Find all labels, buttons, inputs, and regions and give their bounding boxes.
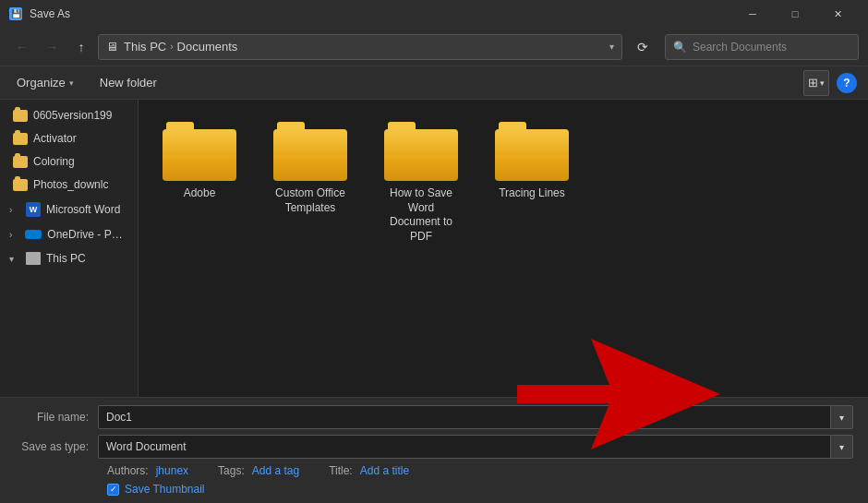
save-as-type-dropdown-button[interactable]: ▾ bbox=[831, 435, 853, 459]
new-folder-label: New folder bbox=[100, 76, 157, 90]
close-button[interactable]: ✕ bbox=[816, 0, 859, 28]
address-path: This PC › Documents bbox=[124, 40, 604, 54]
sidebar-item-label: 0605version199 bbox=[33, 109, 112, 122]
view-icon: ⊞ bbox=[808, 76, 818, 90]
forward-button[interactable]: → bbox=[39, 34, 65, 60]
folder-label: Tracing Lines bbox=[499, 186, 565, 201]
folder-icon bbox=[13, 133, 28, 145]
title-bar: 💾 Save As ─ □ ✕ bbox=[0, 0, 868, 28]
thumbnail-checkbox[interactable] bbox=[107, 484, 119, 496]
search-box[interactable]: 🔍 Search Documents bbox=[665, 34, 859, 60]
folder-icon-large bbox=[273, 122, 347, 181]
file-name-input[interactable] bbox=[98, 405, 831, 429]
organize-label: Organize bbox=[17, 76, 66, 90]
folder-icon-large bbox=[495, 122, 569, 181]
save-as-type-label: Save as type: bbox=[15, 440, 98, 453]
address-bar[interactable]: 🖥 This PC › Documents ▾ bbox=[98, 34, 622, 60]
folder-icon-large bbox=[384, 122, 458, 181]
address-part-documents: Documents bbox=[177, 40, 238, 54]
thumbnail-label[interactable]: Save Thumbnail bbox=[125, 483, 205, 496]
msword-icon: W bbox=[26, 202, 41, 217]
folder-body bbox=[163, 129, 236, 181]
search-icon: 🔍 bbox=[673, 41, 687, 54]
sidebar-item-thispc[interactable]: ▾ This PC bbox=[0, 246, 138, 270]
sidebar-item-label: Microsoft Word bbox=[46, 203, 120, 216]
folder-icon bbox=[13, 179, 28, 191]
title-label: Title: bbox=[329, 464, 353, 477]
sidebar-item-photos[interactable]: Photos_downlc bbox=[4, 174, 134, 196]
sidebar-item-label: Photos_downlc bbox=[33, 178, 108, 191]
address-bar-icon: 🖥 bbox=[106, 40, 118, 54]
file-grid: Adobe Custom Office Templates How to Sav… bbox=[139, 100, 868, 397]
maximize-button[interactable]: □ bbox=[774, 0, 816, 28]
address-chevron: › bbox=[170, 42, 173, 52]
organize-button[interactable]: Organize ▾ bbox=[11, 72, 79, 93]
folder-icon bbox=[13, 156, 28, 168]
save-as-type-input[interactable] bbox=[98, 435, 831, 459]
onedrive-icon bbox=[25, 230, 42, 239]
save-as-type-row: Save as type: ▾ bbox=[15, 435, 853, 459]
up-button[interactable]: ↑ bbox=[68, 34, 94, 60]
sidebar-item-label: Coloring bbox=[33, 155, 75, 168]
main-area: 0605version199 Activator Coloring Photos… bbox=[0, 100, 868, 397]
folder-icon-large bbox=[163, 122, 236, 181]
sidebar-item-activator[interactable]: Activator bbox=[4, 127, 134, 150]
expand-icon: ▾ bbox=[9, 254, 20, 264]
back-button[interactable]: ← bbox=[9, 34, 35, 60]
organize-arrow-icon: ▾ bbox=[69, 78, 74, 88]
title-bar-title: Save As bbox=[30, 7, 70, 20]
folder-custom-office[interactable]: Custom Office Templates bbox=[264, 114, 356, 251]
view-options: ⊞ ▾ ? bbox=[803, 70, 857, 96]
file-name-row: File name: ▾ bbox=[15, 405, 853, 429]
sidebar-item-label: This PC bbox=[46, 252, 86, 265]
sidebar: 0605version199 Activator Coloring Photos… bbox=[0, 100, 139, 397]
file-name-label: File name: bbox=[15, 411, 98, 424]
folder-body bbox=[384, 129, 458, 181]
expand-icon: › bbox=[9, 230, 19, 240]
view-toggle-button[interactable]: ⊞ ▾ bbox=[803, 70, 829, 96]
new-folder-button[interactable]: New folder bbox=[94, 72, 163, 93]
folder-how-to-save[interactable]: How to Save Word Document to PDF bbox=[375, 114, 467, 251]
help-button[interactable]: ? bbox=[837, 73, 857, 93]
folder-adobe[interactable]: Adobe bbox=[153, 114, 246, 251]
search-placeholder: Search Documents bbox=[693, 41, 787, 54]
sidebar-item-0605[interactable]: 0605version199 bbox=[4, 104, 134, 126]
folder-tracing-lines[interactable]: Tracing Lines bbox=[486, 114, 578, 251]
folder-icon bbox=[13, 110, 28, 122]
view-arrow-icon: ▾ bbox=[820, 78, 825, 88]
sidebar-item-msword[interactable]: › W Microsoft Word bbox=[0, 197, 138, 222]
title-value[interactable]: Add a title bbox=[360, 464, 409, 477]
help-label: ? bbox=[843, 77, 850, 90]
refresh-button[interactable]: ⟳ bbox=[630, 34, 656, 60]
toolbar: ← → ↑ 🖥 This PC › Documents ▾ ⟳ 🔍 Search… bbox=[0, 28, 868, 66]
file-name-input-container: ▾ bbox=[98, 405, 853, 429]
sidebar-item-coloring[interactable]: Coloring bbox=[4, 150, 134, 173]
tags-value[interactable]: Add a tag bbox=[252, 464, 299, 477]
tags-label: Tags: bbox=[218, 464, 245, 477]
title-bar-left: 💾 Save As bbox=[9, 7, 70, 20]
address-part-thispc: This PC bbox=[124, 40, 166, 54]
command-bar: Organize ▾ New folder ⊞ ▾ ? bbox=[0, 66, 868, 100]
sidebar-item-label: Activator bbox=[33, 132, 77, 145]
folder-body bbox=[273, 129, 347, 181]
authors-label: Authors: bbox=[107, 464, 149, 477]
minimize-button[interactable]: ─ bbox=[731, 0, 774, 28]
sidebar-item-label: OneDrive - Perso bbox=[47, 228, 128, 241]
expand-icon: › bbox=[9, 205, 20, 215]
bottom-area: File name: ▾ Save as type: ▾ Authors: jh… bbox=[0, 397, 868, 503]
folder-body bbox=[495, 129, 569, 181]
folder-label: Adobe bbox=[184, 186, 216, 201]
sidebar-item-onedrive[interactable]: › OneDrive - Perso bbox=[0, 222, 138, 246]
address-dropdown-icon: ▾ bbox=[609, 42, 614, 52]
folder-label: How to Save Word Document to PDF bbox=[382, 186, 460, 244]
authors-value[interactable]: jhunex bbox=[156, 464, 188, 477]
thumbnail-row: Save Thumbnail bbox=[15, 483, 853, 496]
meta-row: Authors: jhunex Tags: Add a tag Title: A… bbox=[15, 464, 853, 477]
save-as-type-input-container: ▾ bbox=[98, 435, 853, 459]
pc-icon bbox=[26, 252, 41, 265]
title-bar-controls: ─ □ ✕ bbox=[731, 0, 859, 28]
folder-label: Custom Office Templates bbox=[271, 186, 349, 215]
file-name-dropdown-button[interactable]: ▾ bbox=[831, 405, 853, 429]
save-as-icon: 💾 bbox=[9, 7, 22, 20]
